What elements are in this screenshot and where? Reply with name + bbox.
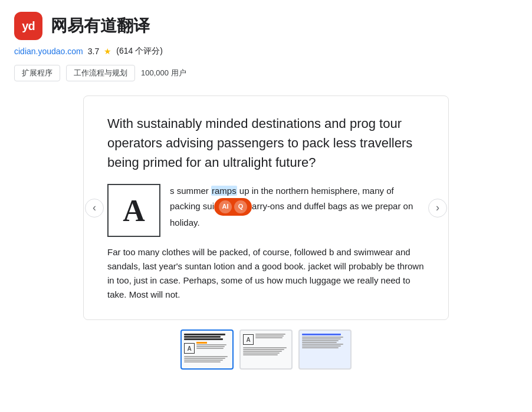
site-link[interactable]: cidian.youdao.com: [14, 47, 83, 56]
nav-arrow-left[interactable]: ‹: [85, 199, 104, 217]
preview-section: ‹ With sustainably minded destinations a…: [14, 95, 518, 320]
app-title: 网易有道翻译: [51, 15, 150, 37]
thumbnail-1[interactable]: A: [180, 329, 234, 370]
thumb-content-2: A: [241, 331, 291, 368]
app-header: yd 网易有道翻译: [14, 12, 518, 40]
body-text-before: s summer: [170, 186, 211, 196]
thumb-content-3: [300, 331, 350, 368]
search-button[interactable]: Q: [234, 200, 247, 213]
preview-card: With sustainably minded destinations and…: [83, 95, 449, 320]
thumb-letter: A: [184, 343, 195, 354]
thumbnail-strip: A A: [14, 329, 518, 370]
rating-row: cidian.youdao.com 3.7 ★ (614 个评分): [14, 46, 518, 57]
tag-workflow[interactable]: 工作流程与规划: [66, 65, 135, 81]
nav-arrow-right[interactable]: ›: [428, 199, 447, 217]
rating-score: 3.7: [88, 47, 99, 56]
tag-extension[interactable]: 扩展程序: [14, 65, 60, 81]
preview-paragraph: Far too many clothes will be packed, of …: [107, 245, 425, 302]
tag-users: 100,000 用户: [141, 68, 186, 78]
preview-text: s summer ramps up in the northern hemisp…: [170, 184, 425, 230]
preview-body: A s summer ramps up in the northern hemi…: [107, 184, 425, 237]
ai-button[interactable]: AI: [219, 200, 232, 213]
highlight-word: ramps: [211, 186, 237, 196]
letter-box: A: [107, 184, 160, 237]
thumbnail-2[interactable]: A: [239, 329, 293, 370]
thumb-content-1: A: [182, 331, 232, 368]
rating-count: (614 个评分): [116, 46, 163, 57]
app-logo: yd: [14, 12, 42, 40]
translation-popup[interactable]: AIQ: [214, 198, 252, 216]
thumbnail-3[interactable]: [298, 329, 352, 370]
preview-title: With sustainably minded destinations and…: [107, 114, 425, 172]
logo-text: yd: [22, 19, 34, 33]
thumb-letter-2: A: [243, 334, 254, 345]
star-icon: ★: [104, 47, 111, 56]
tags-row: 扩展程序 工作流程与规划 100,000 用户: [14, 65, 518, 81]
